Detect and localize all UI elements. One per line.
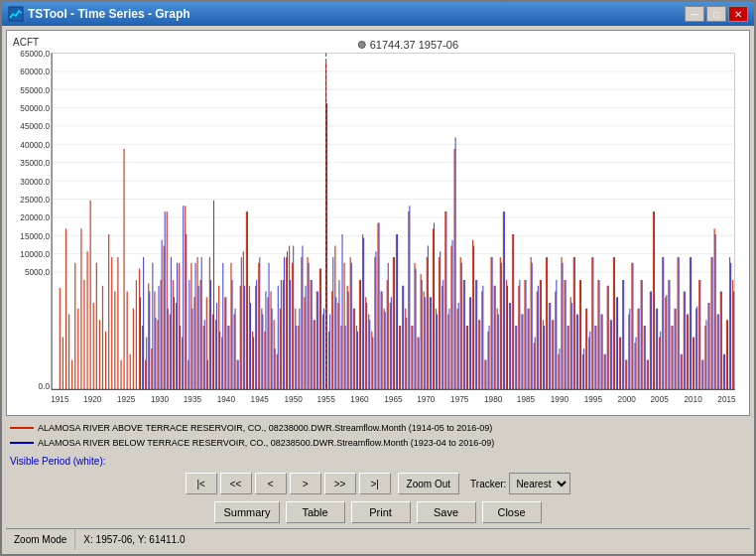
- svg-text:15000.0: 15000.0: [20, 230, 50, 241]
- svg-text:1970: 1970: [417, 394, 435, 405]
- maximize-button[interactable]: □: [706, 6, 726, 22]
- svg-text:1925: 1925: [117, 394, 135, 405]
- svg-text:2015: 2015: [717, 394, 735, 405]
- svg-text:1965: 1965: [384, 394, 402, 405]
- legend-label-below: ALAMOSA RIVER BELOW TERRACE RESERVOIR, C…: [38, 436, 494, 450]
- legend-label-above: ALAMOSA RIVER ABOVE TERRACE RESERVOIR, C…: [38, 421, 492, 435]
- tooltip-text: 61744.37 1957-06: [370, 39, 458, 51]
- svg-text:1950: 1950: [285, 394, 303, 405]
- title-bar: TSTool - Time Series - Graph ─ □ ✕: [2, 2, 754, 26]
- tooltip-dot: [358, 41, 366, 49]
- title-buttons: ─ □ ✕: [685, 6, 748, 22]
- svg-text:50000.0: 50000.0: [20, 103, 50, 114]
- svg-text:1975: 1975: [450, 394, 468, 405]
- y-axis-label: ACFT: [13, 37, 39, 48]
- legend-item-below: ALAMOSA RIVER BELOW TERRACE RESERVOIR, C…: [10, 436, 746, 450]
- svg-text:1930: 1930: [151, 394, 169, 405]
- nav-first-button[interactable]: |<: [186, 473, 217, 494]
- svg-text:35000.0: 35000.0: [20, 158, 50, 169]
- svg-rect-0: [9, 7, 23, 21]
- minimize-button[interactable]: ─: [685, 6, 704, 22]
- tracker-label: Tracker:: [470, 479, 506, 489]
- svg-text:0.0: 0.0: [39, 381, 51, 392]
- svg-text:40000.0: 40000.0: [20, 139, 50, 150]
- svg-text:10000.0: 10000.0: [20, 249, 50, 260]
- chart-svg: 65000.0 60000.0 55000.0 50000.0 45000.0: [11, 35, 745, 411]
- save-button[interactable]: Save: [417, 501, 476, 523]
- app-icon: [8, 6, 24, 22]
- tracker-select[interactable]: Nearest None: [509, 473, 570, 494]
- legend-area: ALAMOSA RIVER ABOVE TERRACE RESERVOIR, C…: [6, 419, 750, 452]
- svg-text:25000.0: 25000.0: [20, 194, 50, 205]
- svg-text:1995: 1995: [584, 394, 602, 405]
- nav-prev-big-button[interactable]: <<: [220, 473, 252, 494]
- svg-text:1935: 1935: [184, 394, 201, 405]
- window-title: TSTool - Time Series - Graph: [28, 7, 685, 21]
- legend-line-red: [10, 427, 34, 429]
- svg-text:60000.0: 60000.0: [20, 67, 50, 77]
- svg-text:1915: 1915: [51, 394, 68, 405]
- status-bar: Zoom Mode X: 1957-06, Y: 61411.0: [6, 528, 750, 550]
- nav-next-big-button[interactable]: >>: [324, 473, 356, 494]
- nav-last-button[interactable]: >|: [359, 473, 391, 494]
- svg-text:2005: 2005: [651, 394, 669, 405]
- svg-text:1955: 1955: [316, 394, 334, 405]
- table-button[interactable]: Table: [286, 501, 345, 523]
- nav-prev-button[interactable]: <: [255, 473, 287, 494]
- chart-inner: ACFT 61744.37 1957-06 65000.0: [11, 35, 745, 411]
- coordinates-status: X: 1957-06, Y: 61411.0: [75, 529, 192, 550]
- svg-text:45000.0: 45000.0: [20, 121, 50, 132]
- legend-item-above: ALAMOSA RIVER ABOVE TERRACE RESERVOIR, C…: [10, 421, 746, 435]
- svg-text:1990: 1990: [551, 394, 568, 405]
- svg-text:1985: 1985: [517, 394, 535, 405]
- nav-next-button[interactable]: >: [290, 473, 321, 494]
- svg-text:1960: 1960: [350, 394, 368, 405]
- svg-text:1980: 1980: [484, 394, 502, 405]
- legend-line-blue: [10, 442, 34, 444]
- svg-text:20000.0: 20000.0: [20, 212, 50, 223]
- zoom-out-button[interactable]: Zoom Out: [398, 473, 459, 494]
- chart-area[interactable]: ACFT 61744.37 1957-06 65000.0: [6, 30, 750, 416]
- svg-text:1945: 1945: [251, 394, 269, 405]
- close-button[interactable]: Close: [482, 501, 542, 523]
- print-button[interactable]: Print: [351, 501, 411, 523]
- nav-controls-row: |< << < > >> >| Zoom Out Tracker: Neares…: [6, 471, 750, 496]
- svg-text:1940: 1940: [217, 394, 235, 405]
- main-window: TSTool - Time Series - Graph ─ □ ✕ ACFT …: [0, 0, 756, 556]
- action-buttons-row: Summary Table Print Save Close: [6, 499, 750, 525]
- svg-text:65000.0: 65000.0: [20, 48, 50, 59]
- close-window-button[interactable]: ✕: [728, 6, 748, 22]
- svg-text:30000.0: 30000.0: [20, 176, 50, 187]
- svg-text:5000.0: 5000.0: [25, 267, 50, 278]
- visible-period-label: Visible Period (white):: [6, 455, 750, 468]
- svg-text:55000.0: 55000.0: [20, 84, 50, 95]
- svg-text:1920: 1920: [83, 394, 101, 405]
- svg-text:2000: 2000: [618, 394, 636, 405]
- svg-text:2010: 2010: [684, 394, 701, 405]
- data-tooltip: 61744.37 1957-06: [358, 39, 458, 51]
- main-content: ACFT 61744.37 1957-06 65000.0: [2, 26, 754, 554]
- zoom-mode-status: Zoom Mode: [6, 529, 75, 550]
- summary-button[interactable]: Summary: [214, 501, 279, 523]
